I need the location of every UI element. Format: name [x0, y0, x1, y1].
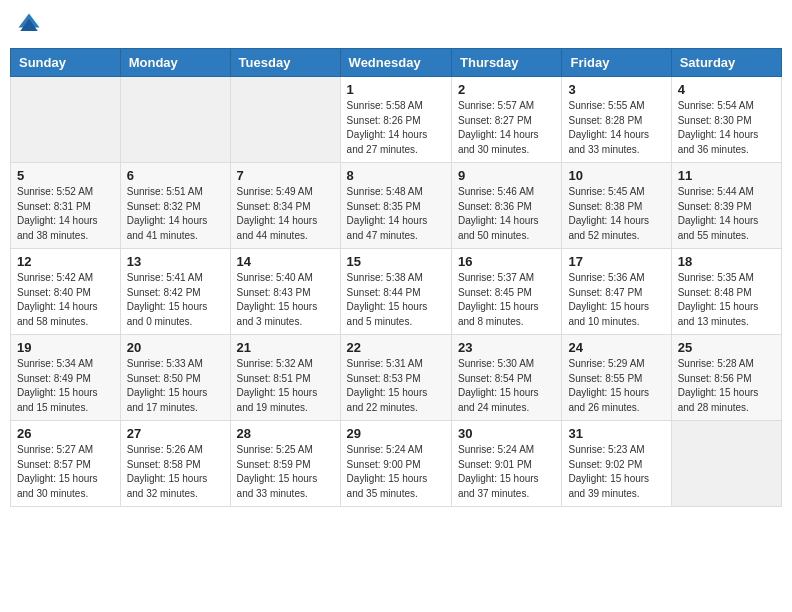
- day-info: Sunrise: 5:33 AM Sunset: 8:50 PM Dayligh…: [127, 357, 224, 415]
- day-info: Sunrise: 5:46 AM Sunset: 8:36 PM Dayligh…: [458, 185, 555, 243]
- day-number: 9: [458, 168, 555, 183]
- day-info: Sunrise: 5:51 AM Sunset: 8:32 PM Dayligh…: [127, 185, 224, 243]
- calendar-cell: 19Sunrise: 5:34 AM Sunset: 8:49 PM Dayli…: [11, 335, 121, 421]
- day-info: Sunrise: 5:45 AM Sunset: 8:38 PM Dayligh…: [568, 185, 664, 243]
- calendar-cell: [11, 77, 121, 163]
- day-number: 19: [17, 340, 114, 355]
- day-number: 4: [678, 82, 775, 97]
- day-info: Sunrise: 5:48 AM Sunset: 8:35 PM Dayligh…: [347, 185, 445, 243]
- page-header: [10, 10, 782, 38]
- day-info: Sunrise: 5:37 AM Sunset: 8:45 PM Dayligh…: [458, 271, 555, 329]
- column-header-wednesday: Wednesday: [340, 49, 451, 77]
- calendar-cell: 30Sunrise: 5:24 AM Sunset: 9:01 PM Dayli…: [452, 421, 562, 507]
- day-number: 20: [127, 340, 224, 355]
- week-row-3: 12Sunrise: 5:42 AM Sunset: 8:40 PM Dayli…: [11, 249, 782, 335]
- header-row: SundayMondayTuesdayWednesdayThursdayFrid…: [11, 49, 782, 77]
- calendar-cell: 27Sunrise: 5:26 AM Sunset: 8:58 PM Dayli…: [120, 421, 230, 507]
- calendar-cell: [230, 77, 340, 163]
- column-header-saturday: Saturday: [671, 49, 781, 77]
- logo: [15, 10, 47, 38]
- day-info: Sunrise: 5:40 AM Sunset: 8:43 PM Dayligh…: [237, 271, 334, 329]
- day-number: 16: [458, 254, 555, 269]
- calendar-cell: 21Sunrise: 5:32 AM Sunset: 8:51 PM Dayli…: [230, 335, 340, 421]
- calendar-cell: 6Sunrise: 5:51 AM Sunset: 8:32 PM Daylig…: [120, 163, 230, 249]
- calendar-cell: 8Sunrise: 5:48 AM Sunset: 8:35 PM Daylig…: [340, 163, 451, 249]
- day-number: 3: [568, 82, 664, 97]
- day-info: Sunrise: 5:49 AM Sunset: 8:34 PM Dayligh…: [237, 185, 334, 243]
- calendar-cell: 29Sunrise: 5:24 AM Sunset: 9:00 PM Dayli…: [340, 421, 451, 507]
- day-info: Sunrise: 5:30 AM Sunset: 8:54 PM Dayligh…: [458, 357, 555, 415]
- day-info: Sunrise: 5:36 AM Sunset: 8:47 PM Dayligh…: [568, 271, 664, 329]
- day-number: 27: [127, 426, 224, 441]
- day-number: 15: [347, 254, 445, 269]
- column-header-sunday: Sunday: [11, 49, 121, 77]
- day-info: Sunrise: 5:24 AM Sunset: 9:00 PM Dayligh…: [347, 443, 445, 501]
- day-info: Sunrise: 5:31 AM Sunset: 8:53 PM Dayligh…: [347, 357, 445, 415]
- day-number: 26: [17, 426, 114, 441]
- calendar-body: 1Sunrise: 5:58 AM Sunset: 8:26 PM Daylig…: [11, 77, 782, 507]
- day-number: 25: [678, 340, 775, 355]
- day-info: Sunrise: 5:25 AM Sunset: 8:59 PM Dayligh…: [237, 443, 334, 501]
- logo-icon: [15, 10, 43, 38]
- calendar-cell: 5Sunrise: 5:52 AM Sunset: 8:31 PM Daylig…: [11, 163, 121, 249]
- day-number: 13: [127, 254, 224, 269]
- day-number: 29: [347, 426, 445, 441]
- day-number: 31: [568, 426, 664, 441]
- week-row-4: 19Sunrise: 5:34 AM Sunset: 8:49 PM Dayli…: [11, 335, 782, 421]
- calendar-cell: 10Sunrise: 5:45 AM Sunset: 8:38 PM Dayli…: [562, 163, 671, 249]
- day-number: 23: [458, 340, 555, 355]
- calendar-cell: 26Sunrise: 5:27 AM Sunset: 8:57 PM Dayli…: [11, 421, 121, 507]
- calendar-table: SundayMondayTuesdayWednesdayThursdayFrid…: [10, 48, 782, 507]
- column-header-tuesday: Tuesday: [230, 49, 340, 77]
- day-number: 24: [568, 340, 664, 355]
- calendar-cell: 7Sunrise: 5:49 AM Sunset: 8:34 PM Daylig…: [230, 163, 340, 249]
- calendar-cell: 11Sunrise: 5:44 AM Sunset: 8:39 PM Dayli…: [671, 163, 781, 249]
- day-info: Sunrise: 5:38 AM Sunset: 8:44 PM Dayligh…: [347, 271, 445, 329]
- calendar-cell: [671, 421, 781, 507]
- calendar-header: SundayMondayTuesdayWednesdayThursdayFrid…: [11, 49, 782, 77]
- calendar-cell: 14Sunrise: 5:40 AM Sunset: 8:43 PM Dayli…: [230, 249, 340, 335]
- calendar-cell: [120, 77, 230, 163]
- day-info: Sunrise: 5:55 AM Sunset: 8:28 PM Dayligh…: [568, 99, 664, 157]
- day-info: Sunrise: 5:24 AM Sunset: 9:01 PM Dayligh…: [458, 443, 555, 501]
- day-info: Sunrise: 5:26 AM Sunset: 8:58 PM Dayligh…: [127, 443, 224, 501]
- calendar-cell: 18Sunrise: 5:35 AM Sunset: 8:48 PM Dayli…: [671, 249, 781, 335]
- day-info: Sunrise: 5:58 AM Sunset: 8:26 PM Dayligh…: [347, 99, 445, 157]
- day-number: 22: [347, 340, 445, 355]
- day-number: 10: [568, 168, 664, 183]
- day-number: 12: [17, 254, 114, 269]
- day-number: 11: [678, 168, 775, 183]
- day-info: Sunrise: 5:27 AM Sunset: 8:57 PM Dayligh…: [17, 443, 114, 501]
- day-number: 21: [237, 340, 334, 355]
- day-number: 14: [237, 254, 334, 269]
- day-info: Sunrise: 5:52 AM Sunset: 8:31 PM Dayligh…: [17, 185, 114, 243]
- week-row-2: 5Sunrise: 5:52 AM Sunset: 8:31 PM Daylig…: [11, 163, 782, 249]
- calendar-cell: 9Sunrise: 5:46 AM Sunset: 8:36 PM Daylig…: [452, 163, 562, 249]
- calendar-cell: 2Sunrise: 5:57 AM Sunset: 8:27 PM Daylig…: [452, 77, 562, 163]
- day-info: Sunrise: 5:34 AM Sunset: 8:49 PM Dayligh…: [17, 357, 114, 415]
- day-number: 28: [237, 426, 334, 441]
- day-info: Sunrise: 5:41 AM Sunset: 8:42 PM Dayligh…: [127, 271, 224, 329]
- calendar-cell: 4Sunrise: 5:54 AM Sunset: 8:30 PM Daylig…: [671, 77, 781, 163]
- calendar-cell: 12Sunrise: 5:42 AM Sunset: 8:40 PM Dayli…: [11, 249, 121, 335]
- calendar-cell: 13Sunrise: 5:41 AM Sunset: 8:42 PM Dayli…: [120, 249, 230, 335]
- day-number: 5: [17, 168, 114, 183]
- day-info: Sunrise: 5:32 AM Sunset: 8:51 PM Dayligh…: [237, 357, 334, 415]
- day-info: Sunrise: 5:35 AM Sunset: 8:48 PM Dayligh…: [678, 271, 775, 329]
- calendar-cell: 20Sunrise: 5:33 AM Sunset: 8:50 PM Dayli…: [120, 335, 230, 421]
- day-info: Sunrise: 5:28 AM Sunset: 8:56 PM Dayligh…: [678, 357, 775, 415]
- day-info: Sunrise: 5:57 AM Sunset: 8:27 PM Dayligh…: [458, 99, 555, 157]
- day-info: Sunrise: 5:44 AM Sunset: 8:39 PM Dayligh…: [678, 185, 775, 243]
- day-number: 1: [347, 82, 445, 97]
- calendar-cell: 3Sunrise: 5:55 AM Sunset: 8:28 PM Daylig…: [562, 77, 671, 163]
- day-info: Sunrise: 5:42 AM Sunset: 8:40 PM Dayligh…: [17, 271, 114, 329]
- column-header-friday: Friday: [562, 49, 671, 77]
- day-number: 7: [237, 168, 334, 183]
- day-number: 18: [678, 254, 775, 269]
- calendar-cell: 15Sunrise: 5:38 AM Sunset: 8:44 PM Dayli…: [340, 249, 451, 335]
- day-info: Sunrise: 5:23 AM Sunset: 9:02 PM Dayligh…: [568, 443, 664, 501]
- calendar-cell: 23Sunrise: 5:30 AM Sunset: 8:54 PM Dayli…: [452, 335, 562, 421]
- day-number: 8: [347, 168, 445, 183]
- calendar-cell: 28Sunrise: 5:25 AM Sunset: 8:59 PM Dayli…: [230, 421, 340, 507]
- day-number: 2: [458, 82, 555, 97]
